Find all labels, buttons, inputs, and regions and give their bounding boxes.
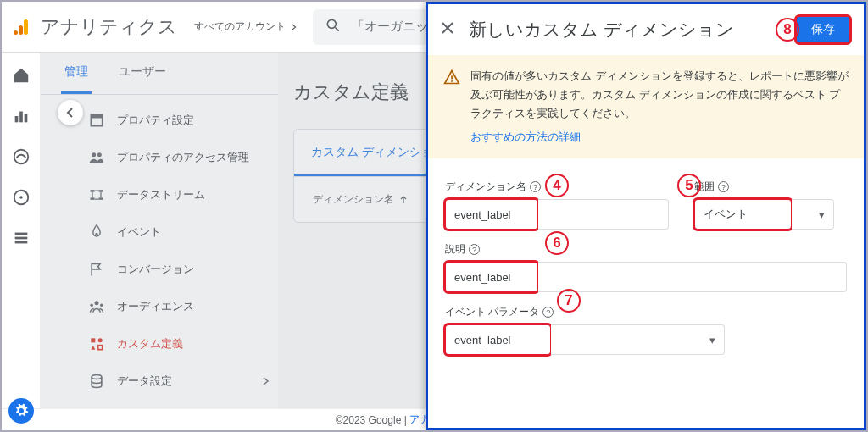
- annotation-6: 6: [545, 231, 569, 255]
- description-input[interactable]: event_label: [445, 262, 538, 292]
- admin-gear-button[interactable]: [8, 398, 34, 424]
- ads-icon[interactable]: [12, 188, 31, 207]
- close-button[interactable]: [440, 20, 455, 39]
- svg-point-22: [95, 233, 97, 235]
- svg-point-23: [95, 301, 99, 305]
- nav-datastream[interactable]: データストリーム: [81, 176, 278, 213]
- back-button[interactable]: [58, 100, 83, 125]
- tab-users[interactable]: ユーザー: [115, 53, 170, 94]
- svg-rect-12: [14, 237, 27, 240]
- sidebar-tabs: 管理 ユーザー: [41, 53, 278, 95]
- nav-data-settings[interactable]: データ設定: [81, 363, 278, 400]
- svg-point-27: [98, 338, 103, 342]
- svg-rect-20: [91, 197, 95, 200]
- label-description: 説明: [445, 242, 465, 257]
- annotation-8: 8: [776, 18, 799, 42]
- svg-rect-26: [91, 338, 95, 342]
- analytics-logo-icon: [12, 17, 32, 37]
- app-title: アナリティクス: [41, 14, 177, 40]
- help-icon[interactable]: ?: [718, 181, 729, 192]
- form: ディメンション名? event_label 範囲? イベント ▾ 説明? eve…: [428, 158, 864, 363]
- chevron-right-icon: [291, 24, 298, 30]
- svg-rect-18: [91, 190, 95, 192]
- svg-point-25: [100, 304, 103, 307]
- svg-rect-11: [14, 233, 27, 235]
- label-dimension-name: ディメンション名: [445, 180, 526, 194]
- side-panel: 新しいカスタム ディメンション 保存 固有の値が多いカスタム ディメンションを登…: [426, 2, 866, 430]
- annotation-5: 5: [677, 174, 701, 197]
- svg-rect-15: [91, 114, 102, 118]
- svg-rect-0: [24, 19, 28, 35]
- label-event-param: イベント パラメータ: [445, 305, 539, 319]
- annotation-4: 4: [545, 174, 569, 197]
- scope-select[interactable]: イベント: [694, 199, 792, 230]
- nav-list: プロパティ設定 プロパティのアクセス管理 データストリーム イベント コンバージ…: [81, 102, 278, 432]
- svg-point-24: [90, 304, 93, 307]
- svg-point-17: [97, 152, 102, 157]
- explore-icon[interactable]: [12, 147, 31, 166]
- svg-rect-19: [99, 190, 103, 192]
- help-icon[interactable]: ?: [530, 181, 541, 192]
- svg-line-4: [336, 27, 339, 30]
- library-icon[interactable]: [12, 229, 31, 247]
- account-picker[interactable]: すべてのアカウント: [194, 19, 298, 34]
- annotation-7: 7: [557, 289, 581, 313]
- search-icon: [325, 17, 342, 37]
- help-icon[interactable]: ?: [542, 307, 554, 318]
- svg-rect-5: [14, 116, 18, 122]
- nav-property-settings[interactable]: プロパティ設定: [81, 102, 278, 139]
- svg-point-29: [92, 375, 102, 379]
- sort-up-icon[interactable]: [399, 196, 408, 204]
- close-icon: [440, 20, 455, 36]
- warning-banner: 固有の値が多いカスタム ディメンションを登録すると、レポートに悪影響が及ぶ可能性…: [428, 55, 864, 158]
- dimension-name-input[interactable]: event_label: [445, 199, 538, 230]
- nav-audience[interactable]: オーディエンス: [81, 288, 278, 325]
- nav-events[interactable]: イベント: [81, 213, 278, 251]
- svg-rect-21: [99, 197, 103, 200]
- home-icon[interactable]: [12, 66, 31, 85]
- svg-rect-1: [19, 25, 23, 35]
- svg-rect-35: [451, 80, 453, 82]
- svg-point-8: [14, 150, 28, 164]
- svg-point-2: [14, 30, 18, 35]
- nav-access[interactable]: プロパティのアクセス管理: [81, 139, 278, 176]
- svg-rect-6: [19, 112, 23, 123]
- left-rail: [2, 53, 41, 408]
- nav-custom-definitions[interactable]: カスタム定義: [81, 325, 278, 363]
- arrow-left-icon: [64, 106, 77, 119]
- panel-title: 新しいカスタム ディメンション: [469, 18, 782, 42]
- gear-icon: [14, 403, 29, 418]
- reports-icon[interactable]: [12, 107, 31, 125]
- svg-rect-34: [451, 75, 453, 79]
- nav-conversion[interactable]: コンバージョン: [81, 251, 278, 288]
- best-practice-link[interactable]: おすすめの方法の詳細: [470, 128, 581, 147]
- warning-icon: [443, 69, 460, 147]
- chevron-down-icon: ▾: [819, 208, 825, 221]
- chevron-right-icon: [261, 376, 271, 386]
- tab-admin[interactable]: 管理: [61, 53, 92, 94]
- svg-rect-28: [98, 346, 103, 350]
- svg-point-16: [92, 152, 96, 157]
- save-button[interactable]: 保存: [796, 16, 850, 43]
- svg-point-10: [19, 196, 23, 199]
- svg-rect-7: [24, 114, 27, 122]
- svg-rect-13: [14, 241, 27, 244]
- event-param-select[interactable]: event_label: [445, 324, 551, 355]
- chevron-down-icon: ▾: [709, 334, 715, 346]
- svg-point-3: [327, 19, 336, 28]
- help-icon[interactable]: ?: [469, 244, 480, 255]
